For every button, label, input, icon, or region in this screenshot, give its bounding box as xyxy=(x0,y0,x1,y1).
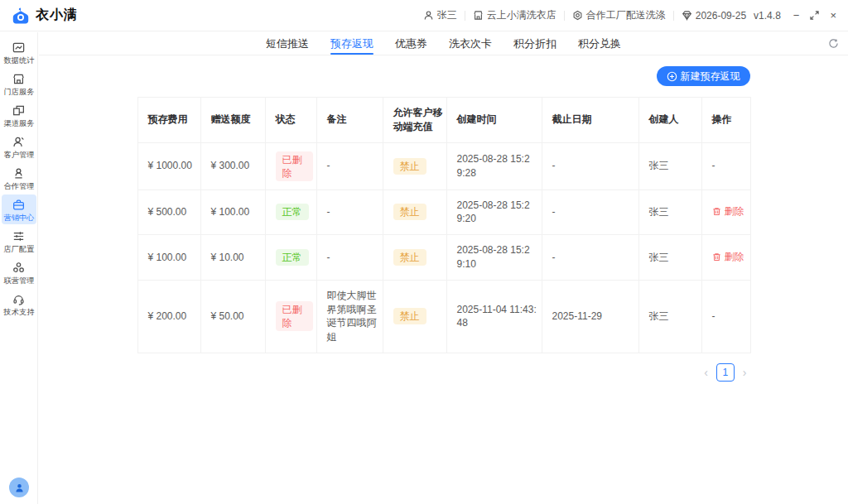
cell-deadline: - xyxy=(542,235,638,281)
maximize-button[interactable] xyxy=(810,11,819,20)
cell-creator: 张三 xyxy=(638,190,701,235)
sidebar-item-data-stats[interactable]: 数据统计 xyxy=(2,37,36,67)
app-title: 衣小满 xyxy=(36,7,78,24)
table-row: ¥ 200.00 ¥ 50.00 已删除 即使大脚世界第哦啊圣诞节四哦阿姐 禁止… xyxy=(137,280,750,353)
status-badge: 正常 xyxy=(276,204,309,220)
user-icon xyxy=(423,10,434,21)
tab-prestore-cashback[interactable]: 预存返现 xyxy=(320,32,384,55)
delivery-mode[interactable]: 合作工厂配送洗涤 xyxy=(572,8,666,22)
sidebar-item-joint-mgmt[interactable]: 联营管理 xyxy=(2,257,36,287)
sidebar-item-tech-support[interactable]: 技术支持 xyxy=(2,289,36,319)
table-row: ¥ 500.00 ¥ 100.00 正常 - 禁止 2025-08-28 15:… xyxy=(137,190,750,235)
cell-bonus: ¥ 100.00 xyxy=(200,190,265,235)
sidebar: 数据统计 门店服务 渠道服务 客户管理 合作管理 营销中心 店厂配置 联营管理 … xyxy=(0,32,38,504)
cell-deadline: - xyxy=(542,142,638,190)
tab-sms-push[interactable]: 短信推送 xyxy=(255,32,320,55)
sidebar-item-cooperation-mgmt[interactable]: 合作管理 xyxy=(2,163,36,193)
refresh-icon[interactable] xyxy=(828,38,839,49)
prestore-cashback-panel: 新建预存返现 预存费用 赠送额度 状态 备注 允许客户移动端充值 创建时间 截止… xyxy=(137,66,750,382)
trash-icon xyxy=(712,252,721,262)
app-logo-hanger-icon xyxy=(12,7,30,25)
mobile-recharge-badge: 禁止 xyxy=(393,204,426,220)
tab-points-exchange[interactable]: 积分兑换 xyxy=(567,32,632,55)
new-prestore-cashback-button[interactable]: 新建预存返现 xyxy=(657,66,750,86)
delete-button[interactable]: 删除 xyxy=(712,204,744,218)
cell-creator: 张三 xyxy=(638,235,701,281)
col-actions: 操作 xyxy=(701,98,750,143)
sidebar-item-store-service[interactable]: 门店服务 xyxy=(2,69,36,98)
col-created-time: 创建时间 xyxy=(446,98,542,143)
cell-fee: ¥ 500.00 xyxy=(137,190,200,235)
table-row: ¥ 1000.00 ¥ 300.00 已删除 - 禁止 2025-08-28 1… xyxy=(137,142,750,190)
sidebar-item-customer-mgmt[interactable]: 客户管理 xyxy=(2,132,36,161)
prestore-cashback-table: 预存费用 赠送额度 状态 备注 允许客户移动端充值 创建时间 截止日期 创建人 … xyxy=(137,97,751,353)
trash-icon xyxy=(712,207,721,216)
divider xyxy=(465,11,465,21)
col-status: 状态 xyxy=(265,98,316,143)
cell-creator: 张三 xyxy=(638,280,701,353)
topbar: 衣小满 张三 云上小满洗衣店 xyxy=(0,0,848,31)
cell-deadline: 2025-11-29 xyxy=(542,280,638,353)
prev-page-icon[interactable]: ‹ xyxy=(704,367,708,378)
cell-remark: - xyxy=(316,190,383,235)
col-remark: 备注 xyxy=(316,98,383,143)
profile-avatar[interactable] xyxy=(9,478,29,497)
cell-created: 2025-08-28 15:29:20 xyxy=(446,190,542,235)
cell-bonus: ¥ 300.00 xyxy=(200,142,265,190)
cell-action: - xyxy=(701,142,750,190)
divider xyxy=(564,11,565,21)
cell-action: - xyxy=(701,280,750,353)
col-creator: 创建人 xyxy=(638,98,701,143)
current-user[interactable]: 张三 xyxy=(423,8,457,22)
cell-fee: ¥ 1000.00 xyxy=(137,142,200,190)
table-row: ¥ 100.00 ¥ 10.00 正常 - 禁止 2025-08-28 15:2… xyxy=(137,235,750,281)
col-prestore-fee: 预存费用 xyxy=(137,98,200,143)
cell-bonus: ¥ 10.00 xyxy=(200,235,265,281)
sidebar-item-channel-service[interactable]: 渠道服务 xyxy=(2,100,36,130)
page-number[interactable]: 1 xyxy=(716,363,735,382)
cell-remark: 即使大脚世界第哦啊圣诞节四哦阿姐 xyxy=(316,280,383,353)
col-bonus-amount: 赠送额度 xyxy=(200,98,265,143)
cell-created: 2025-08-28 15:29:10 xyxy=(446,235,542,281)
cell-remark: - xyxy=(316,142,383,190)
next-page-icon[interactable]: › xyxy=(743,367,747,378)
minimize-button[interactable]: − xyxy=(793,10,800,21)
cell-creator: 张三 xyxy=(638,142,701,190)
status-badge: 已删除 xyxy=(276,301,313,331)
plus-circle-icon xyxy=(667,71,677,82)
pagination: ‹ 1 › xyxy=(137,363,750,382)
cooperation-factory-icon xyxy=(572,10,583,21)
table-header-row: 预存费用 赠送额度 状态 备注 允许客户移动端充值 创建时间 截止日期 创建人 … xyxy=(137,98,750,143)
cell-deadline: - xyxy=(542,190,638,235)
app-version: v1.4.8 xyxy=(754,10,781,22)
current-store[interactable]: 云上小满洗衣店 xyxy=(473,8,556,22)
mobile-recharge-badge: 禁止 xyxy=(393,249,426,266)
vip-gem-icon xyxy=(682,10,692,21)
tab-points-discount[interactable]: 积分折扣 xyxy=(503,32,567,55)
mobile-recharge-badge: 禁止 xyxy=(393,158,426,175)
mobile-recharge-badge: 禁止 xyxy=(393,308,426,324)
store-icon xyxy=(473,10,484,21)
membership-expiry[interactable]: 2026-09-25 xyxy=(682,10,746,22)
status-badge: 已删除 xyxy=(276,151,313,181)
tab-coupon[interactable]: 优惠券 xyxy=(384,32,438,55)
col-mobile-recharge: 允许客户移动端充值 xyxy=(383,98,446,143)
brand: 衣小满 xyxy=(12,7,78,25)
cell-fee: ¥ 100.00 xyxy=(137,235,200,281)
cell-fee: ¥ 200.00 xyxy=(137,280,200,353)
close-button[interactable]: × xyxy=(830,10,836,21)
tabbar: 短信推送 预存返现 优惠券 洗衣次卡 积分折扣 积分兑换 xyxy=(39,32,848,55)
status-badge: 正常 xyxy=(276,249,309,266)
cell-created: 2025-11-04 11:43:48 xyxy=(446,280,542,353)
cell-bonus: ¥ 50.00 xyxy=(200,280,265,353)
divider xyxy=(673,11,674,21)
col-deadline: 截止日期 xyxy=(542,98,638,143)
delete-button[interactable]: 删除 xyxy=(712,250,744,264)
cell-remark: - xyxy=(316,235,383,281)
tab-wash-card[interactable]: 洗衣次卡 xyxy=(438,32,503,55)
main-area: 短信推送 预存返现 优惠券 洗衣次卡 积分折扣 积分兑换 新建预存返现 xyxy=(39,32,848,504)
sidebar-item-marketing-center[interactable]: 营销中心 xyxy=(2,194,36,224)
cell-created: 2025-08-28 15:29:28 xyxy=(446,142,542,190)
sidebar-item-store-factory-config[interactable]: 店厂配置 xyxy=(2,226,36,256)
